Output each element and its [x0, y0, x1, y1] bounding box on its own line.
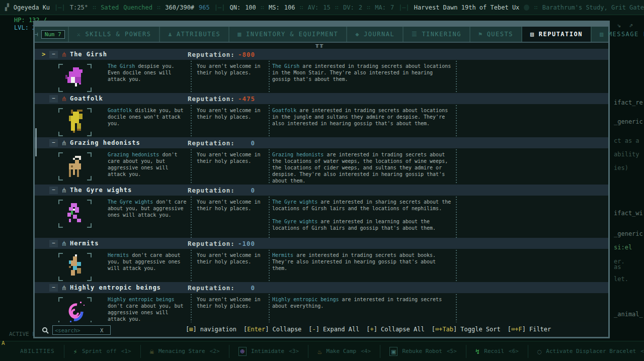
- hint-expand-all: -Expand All: [308, 326, 359, 333]
- collapse-button[interactable]: −: [49, 240, 58, 247]
- faction-detail-the-girsh: The Girsh despise you. Even docile ones …: [35, 60, 608, 93]
- book-icon: ▤: [530, 31, 535, 38]
- background-text-fragment: _generic: [614, 118, 643, 125]
- faction-portrait: [47, 252, 92, 282]
- collapse-button[interactable]: −: [49, 95, 58, 103]
- faction-portrait: [47, 151, 92, 185]
- interests-text: Hermits are interested in trading secret…: [272, 252, 453, 282]
- reputation-value: -100: [226, 240, 255, 247]
- tab-inventory-equipment[interactable]: ▦ INVENTORY & EQUIPMENT: [229, 27, 347, 42]
- stat-dv-value: 2: [359, 4, 362, 11]
- faction-name: Goatfolk: [70, 95, 103, 102]
- tab-message-log[interactable]: ▥ MESSAGE LOG: [592, 27, 644, 42]
- goatfolk-sprite: [63, 110, 87, 135]
- character-sheet-window: ⊣ Num 7 ⚔ SKILLS & POWERS ♟ ATTRIBUTES ▦…: [33, 21, 610, 338]
- stat-ms-label: MS:: [269, 4, 280, 11]
- faction-header-grazing-hedonists[interactable]: − ⋔ Grazing hedonists Reputation: 0: [35, 137, 608, 148]
- tab-bar: ⊣ Num 7 ⚔ SKILLS & POWERS ♟ ATTRIBUTES ▦…: [35, 27, 608, 43]
- separator: ∷: [261, 4, 264, 11]
- stat-dv-label: DV:: [343, 4, 354, 11]
- separator: ∷: [367, 4, 370, 11]
- clear-search-button[interactable]: X: [100, 327, 103, 333]
- ability-make-camp[interactable]: ♨ Make Camp <4>: [317, 347, 371, 355]
- gyre-wight-sprite: [63, 201, 87, 226]
- faction-portrait: [47, 199, 92, 238]
- reputation-value: 0: [226, 187, 255, 194]
- hermit-sprite: [63, 254, 87, 280]
- scrollbar-thumb[interactable]: [35, 128, 37, 156]
- prev-tab-key-badge[interactable]: Num 7: [41, 30, 65, 39]
- faction-header-hermits[interactable]: − ⋔ Hermits Reputation: -100: [35, 238, 608, 249]
- background-text-fragment: _animal_: [614, 311, 643, 318]
- search-input[interactable]: [55, 327, 100, 333]
- tab-journal[interactable]: ◆ JOURNAL: [347, 27, 404, 42]
- tab-attributes[interactable]: ♟ ATTRIBUTES: [160, 27, 229, 42]
- background-text-fragment: _generic: [614, 230, 643, 237]
- faction-name: Grazing hedonists: [70, 139, 140, 146]
- faction-header-highly-entropic-beings[interactable]: − ⋔ Highly entropic beings Reputation: 0: [35, 282, 608, 293]
- ability-intimidate[interactable]: ☻ Intimidate <3>: [238, 347, 299, 356]
- grazing-hedonist-sprite: [63, 154, 87, 179]
- faction-detail-highly-entropic-beings: Highly entropic beings don't care about …: [35, 293, 608, 322]
- ability-rebuke-robot[interactable]: ▣ Rebuke Robot <5>: [389, 347, 457, 356]
- background-text-fragment: si:el: [614, 244, 632, 251]
- faction-tree-icon: ⋔: [61, 51, 67, 58]
- attitude-text: Highly entropic beings don't care about …: [108, 296, 187, 322]
- collapse-button[interactable]: −: [49, 284, 58, 292]
- faction-header-gyre-wights[interactable]: − ⋔ The Gyre wights Reputation: 0: [35, 185, 608, 196]
- ability-recoil[interactable]: ↯ Recoil <6>: [475, 347, 519, 355]
- separator: |—|: [398, 4, 410, 11]
- faction-name: The Gyre wights: [70, 187, 132, 194]
- abilities-label: ABILITIES: [20, 348, 55, 354]
- level-readout: LVL: 2: [14, 24, 36, 31]
- dialog-footer: X ⊞navigation EnterCollapse -Expand All …: [35, 323, 608, 337]
- tab-skills-powers[interactable]: ⚔ SKILLS & POWERS: [68, 27, 160, 42]
- collapse-button[interactable]: −: [49, 187, 58, 194]
- ability-activate-displacer-bracelet[interactable]: ◌ Activate Displacer Bracelet <7>: [537, 347, 644, 355]
- runner-icon: ⚡: [73, 347, 77, 355]
- faction-header-goatfolk[interactable]: − ⋔ Goatfolk Reputation: -475: [35, 93, 608, 104]
- tab-quests[interactable]: ⚑ QUESTS: [470, 27, 522, 42]
- collapse-button[interactable]: −: [49, 51, 58, 58]
- faction-tree-icon: ⋔: [61, 284, 67, 292]
- attitude-text: The Gyre wights don't care about you, bu…: [108, 199, 187, 238]
- welcome-text: You aren't welcome in their holy places.: [197, 63, 261, 93]
- interests-text: Grazing hedonists are interested in trad…: [272, 151, 453, 185]
- collapse-button[interactable]: −: [49, 139, 58, 147]
- abilities-hotkey: A: [2, 340, 5, 346]
- background-text-fragment: let.: [614, 276, 628, 283]
- separator: ∷: [335, 4, 339, 11]
- faction-portrait: [47, 107, 92, 137]
- moon-phase-icon: [524, 5, 529, 11]
- tab-label: ATTRIBUTES: [177, 31, 220, 38]
- faction-detail-grazing-hedonists: Grazing hedonists don't care about you, …: [35, 148, 608, 185]
- flag-icon: ⚑: [478, 31, 483, 38]
- welcome-text: You aren't welcome in their holy places.: [197, 151, 261, 185]
- tab-reputation[interactable]: ▤ REPUTATION: [522, 27, 592, 42]
- interests-text: Goatfolk are interested in trading secre…: [272, 107, 453, 137]
- tab-tinkering[interactable]: ☰ TINKERING: [404, 27, 470, 42]
- faction-name: Hermits: [70, 240, 99, 247]
- search-box[interactable]: X: [52, 325, 111, 335]
- girsh-sprite: [63, 65, 87, 91]
- robot-icon: ▣: [389, 347, 397, 356]
- separator: ∷: [93, 4, 96, 11]
- attitude-text: Grazing hedonists don't care about you, …: [108, 151, 187, 185]
- reputation-value: -800: [226, 51, 255, 58]
- stat-qn-label: QN:: [229, 4, 240, 11]
- location-name: Barathrum's Study, Grit Gate: [542, 4, 644, 11]
- ability-sprint[interactable]: ⚡ Sprint off <1>: [73, 347, 131, 355]
- drams-count: 965: [199, 4, 210, 11]
- person-icon: ♟: [168, 31, 173, 38]
- arrow-icon: ↯: [475, 347, 479, 355]
- tab-label: QUESTS: [487, 31, 513, 38]
- hint-navigation: ⊞navigation: [186, 326, 236, 333]
- stat-ma-value: 7: [390, 4, 394, 11]
- separator: ∷: [534, 4, 537, 11]
- status-effect: Quenched: [123, 4, 152, 11]
- welcome-text: You aren't welcome in their holy places.: [197, 296, 261, 322]
- background-text-fragment: ifact_wi: [614, 210, 643, 217]
- faction-header-the-girsh[interactable]: > − ⋔ The Girsh Reputation: -800: [35, 49, 608, 60]
- ability-menacing-stare[interactable]: ☠ Menacing Stare <2>: [150, 347, 220, 355]
- scroll-handle[interactable]: ╥╥: [315, 43, 324, 48]
